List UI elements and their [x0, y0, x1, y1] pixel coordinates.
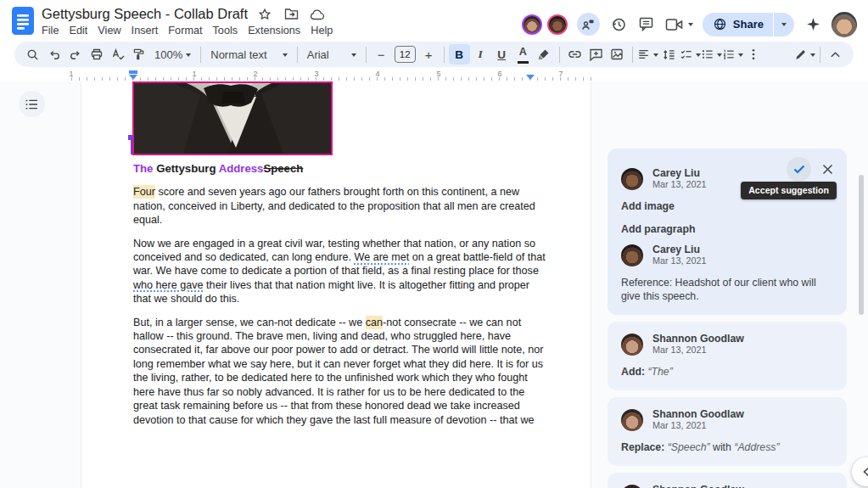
- first-line-indent-marker[interactable]: [129, 70, 137, 74]
- meet-video-button[interactable]: [665, 18, 693, 31]
- toolbar-divider: [297, 47, 298, 63]
- spell-check-icon[interactable]: [107, 44, 128, 65]
- more-options-icon[interactable]: [743, 44, 764, 65]
- gemini-sparkle-icon[interactable]: [804, 15, 822, 34]
- comments-icon[interactable]: [637, 15, 656, 34]
- toolbar-divider: [200, 47, 201, 63]
- text-line: equal.: [133, 213, 542, 227]
- checklist-select[interactable]: [680, 44, 701, 65]
- insert-image-icon[interactable]: [607, 44, 628, 65]
- paragraph-style-select[interactable]: Normal text: [205, 44, 292, 65]
- share-dropdown[interactable]: [774, 13, 794, 36]
- text-line: war. We have come to dedicate a portion …: [133, 264, 542, 278]
- zoom-select[interactable]: 100%: [149, 44, 196, 65]
- text-color-button[interactable]: A: [512, 44, 534, 65]
- comment-text-segment: Add paragraph: [621, 223, 695, 235]
- comment-card[interactable]: Shannon GoodlawMar 13, 2021Replace: “Spe…: [608, 397, 847, 466]
- decrease-font-size-button[interactable]: −: [371, 44, 392, 65]
- comment-text-segment: Add image: [621, 200, 675, 212]
- version-history-icon[interactable]: [609, 15, 628, 34]
- italic-button[interactable]: I: [470, 44, 491, 65]
- join-call-chip[interactable]: [577, 13, 600, 36]
- panel-scrollbar[interactable]: [859, 175, 864, 315]
- menu-extensions[interactable]: Extensions: [243, 24, 305, 37]
- insert-link-icon[interactable]: [564, 44, 585, 65]
- menu-insert[interactable]: Insert: [126, 24, 164, 37]
- commenter-meta: Carey LiuMar 13, 2021: [652, 244, 707, 266]
- reject-suggestion-button[interactable]: [818, 160, 837, 179]
- font-size-input[interactable]: 12: [395, 46, 416, 63]
- paragraph-3: But, in a larger sense, we can-not dedic…: [133, 316, 542, 427]
- highlight-color-icon[interactable]: [534, 44, 555, 65]
- text-line: conceived and so dedicated, can long end…: [133, 250, 542, 264]
- move-folder-icon[interactable]: [282, 5, 300, 24]
- horizontal-ruler[interactable]: 11234567: [0, 70, 596, 81]
- toolbar-divider: [366, 47, 367, 63]
- commenter-name: Shannon Goodlaw: [652, 408, 744, 420]
- comment-card[interactable]: Shannon GoodlawMar 13, 2021Needs more sc…: [608, 473, 847, 488]
- comment-text: Add paragraph: [621, 222, 833, 236]
- comments-panel: Accept suggestionCarey LiuMar 13, 2021Ad…: [604, 81, 868, 488]
- text-line: the living, rather, to be dedicated here…: [133, 371, 542, 384]
- accept-suggestion-button[interactable]: [787, 157, 811, 182]
- menu-file[interactable]: File: [36, 24, 64, 37]
- search-menus-icon[interactable]: [22, 44, 43, 65]
- account-avatar[interactable]: [832, 12, 857, 37]
- text-line: great task remaining before us -- that f…: [133, 399, 542, 412]
- menu-view[interactable]: View: [92, 24, 126, 37]
- document-text[interactable]: The Gettysburg AddressSpeechFour score a…: [133, 162, 542, 436]
- commenter-name: Shannon Goodlaw: [652, 333, 744, 345]
- document-page[interactable]: The Gettysburg AddressSpeechFour score a…: [81, 81, 591, 488]
- document-outline-button[interactable]: [19, 91, 45, 117]
- text-line: But, in a larger sense, we can-not dedic…: [133, 316, 542, 329]
- document-title[interactable]: Gettysburg Speech - Collab Draft: [42, 6, 248, 22]
- increase-font-size-button[interactable]: +: [418, 44, 440, 65]
- comment-card[interactable]: Shannon GoodlawMar 13, 2021Add: “The”: [608, 322, 847, 390]
- redo-icon[interactable]: [64, 44, 86, 65]
- docs-logo-icon[interactable]: [12, 7, 34, 35]
- menu-help[interactable]: Help: [305, 24, 338, 37]
- text-segment: But, in a larger sense, we can-not dedic…: [133, 317, 366, 328]
- commenter-avatar: [621, 244, 643, 266]
- star-icon[interactable]: [255, 5, 274, 24]
- suggested-inline-image[interactable]: [132, 81, 333, 155]
- bold-button[interactable]: B: [449, 44, 470, 65]
- undo-icon[interactable]: [43, 44, 64, 65]
- align-select[interactable]: [637, 44, 658, 65]
- menu-format[interactable]: Format: [163, 24, 207, 37]
- cloud-saved-icon[interactable]: [308, 5, 327, 24]
- menu-edit[interactable]: Edit: [64, 24, 92, 37]
- toolbar-divider: [632, 47, 633, 63]
- share-button[interactable]: Share: [703, 13, 773, 36]
- comment-text: Add: “The”: [621, 365, 833, 379]
- comment-card[interactable]: Accept suggestionCarey LiuMar 13, 2021Ad…: [608, 149, 847, 315]
- ruler-number: 4: [375, 70, 379, 78]
- commenter-name: Carey Liu: [652, 167, 707, 179]
- text-segment: Four: [133, 185, 155, 199]
- comment-date: Mar 13, 2021: [652, 420, 744, 431]
- editing-mode-select[interactable]: [794, 44, 815, 65]
- bulleted-list-select[interactable]: [701, 44, 722, 65]
- collaborator-avatar[interactable]: [522, 14, 542, 35]
- meet-dropdown-caret[interactable]: [688, 23, 693, 29]
- commenter-avatar: [621, 485, 643, 488]
- add-comment-icon[interactable]: [585, 44, 607, 65]
- text-segment: can: [366, 316, 383, 329]
- paint-format-icon[interactable]: [128, 44, 149, 65]
- text-line: Now we are engaged in a great civil war,…: [133, 237, 542, 250]
- menu-tools[interactable]: Tools: [208, 24, 244, 37]
- commenter-avatar: [621, 334, 643, 356]
- underline-button[interactable]: U: [491, 44, 512, 65]
- comment-text-segment: Add:: [621, 366, 647, 378]
- line-spacing-icon[interactable]: [658, 44, 680, 65]
- title-block: Gettysburg Speech - Collab Draft FileEdi…: [42, 5, 338, 37]
- numbered-list-select[interactable]: [722, 44, 743, 65]
- print-icon[interactable]: [86, 44, 107, 65]
- text-segment: here have thus far so nobly advanced. It…: [133, 386, 524, 398]
- collaborator-avatar[interactable]: [547, 14, 568, 35]
- comment-header: Shannon GoodlawMar 13, 2021: [621, 484, 833, 488]
- collapse-toolbar-icon[interactable]: [825, 44, 846, 65]
- presence-avatars: [522, 14, 568, 35]
- text-line: who here gave their lives that that nati…: [133, 278, 542, 292]
- font-family-select[interactable]: Arial: [302, 44, 361, 65]
